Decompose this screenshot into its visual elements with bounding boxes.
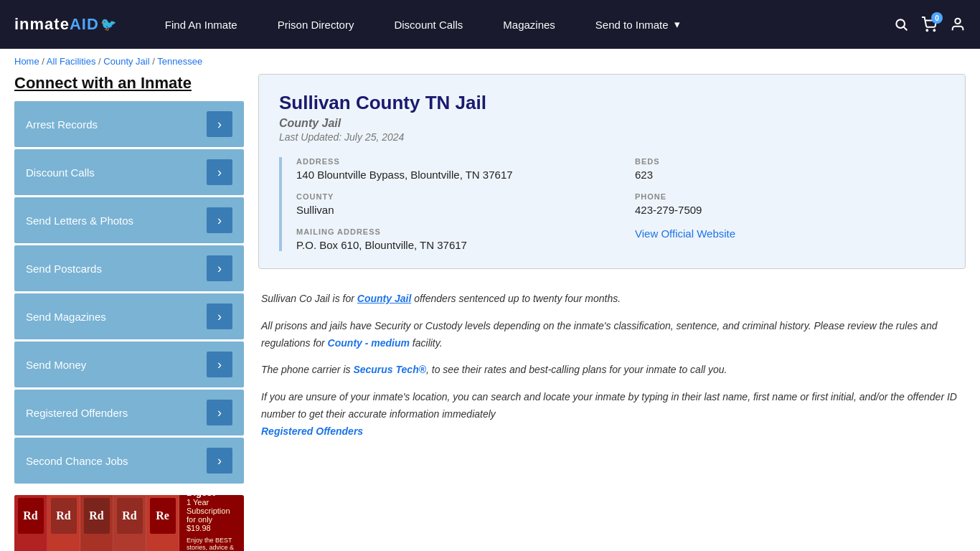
navbar: inmateAID 🐦 Find An Inmate Prison Direct… [0, 0, 980, 49]
ad-cover-1: Rd [14, 495, 47, 551]
ad-cover-3: Rd [80, 495, 113, 551]
facility-info-grid: ADDRESS 140 Blountville Bypass, Blountvi… [279, 157, 945, 251]
description-para-4: If you are unsure of your inmate's locat… [261, 389, 963, 440]
chevron-right-icon: › [207, 159, 232, 185]
logo-text: inmateAID [14, 15, 99, 34]
registered-offenders-link[interactable]: Registered Offenders [261, 425, 363, 437]
nav-links: Find An Inmate Prison Directory Discount… [145, 0, 894, 49]
sidebar: Connect with an Inmate Arrest Records › … [14, 74, 244, 551]
cart-button[interactable]: 0 [921, 17, 937, 32]
ad-cover-2: Rd [47, 495, 80, 551]
county-medium-link[interactable]: County - medium [328, 337, 410, 349]
logo[interactable]: inmateAID 🐦 [14, 15, 116, 34]
description-para-3: The phone carrier is Securus Tech®, to s… [261, 362, 963, 379]
main-layout: Connect with an Inmate Arrest Records › … [0, 74, 980, 551]
address-block: ADDRESS 140 Blountville Bypass, Blountvi… [296, 157, 606, 181]
sidebar-item-send-letters[interactable]: Send Letters & Photos › [14, 197, 244, 243]
nav-magazines[interactable]: Magazines [483, 0, 575, 49]
chevron-right-icon: › [207, 448, 232, 474]
nav-send-to-inmate[interactable]: Send to Inmate ▾ [575, 0, 700, 49]
website-block: View Official Website [635, 227, 945, 251]
breadcrumb-county-jail[interactable]: County Jail [103, 56, 149, 67]
logo-accent: AID [70, 15, 99, 33]
svg-point-4 [955, 19, 960, 24]
securus-tech-link[interactable]: Securus Tech® [353, 364, 426, 375]
breadcrumb: Home / All Facilities / County Jail / Te… [0, 49, 980, 74]
dropdown-arrow-icon: ▾ [674, 18, 680, 31]
cart-badge: 0 [931, 12, 943, 24]
beds-value: 623 [635, 169, 945, 181]
beds-block: BEDS 623 [635, 157, 945, 181]
phone-label: PHONE [635, 192, 945, 201]
address-value: 140 Blountville Bypass, Blountville, TN … [296, 169, 606, 181]
description-area: Sullivan Co Jail is for County Jail offe… [258, 283, 966, 458]
ad-covers: Rd Rd Rd Rd [14, 495, 179, 551]
mailing-value: P.O. Box 610, Blountville, TN 37617 [296, 239, 606, 251]
svg-point-0 [896, 19, 905, 28]
description-para-1: Sullivan Co Jail is for County Jail offe… [261, 291, 963, 308]
facility-card: Sullivan County TN Jail County Jail Last… [258, 74, 966, 269]
chevron-right-icon: › [207, 255, 232, 281]
chevron-right-icon: › [207, 352, 232, 377]
user-button[interactable] [950, 17, 966, 32]
search-icon [894, 17, 908, 32]
sidebar-title: Connect with an Inmate [14, 74, 244, 93]
search-button[interactable] [894, 17, 908, 32]
ad-price: 1 Year Subscription for only $19.98 [187, 498, 237, 532]
ad-cover-5: Re [146, 495, 179, 551]
facility-type: County Jail [279, 117, 945, 130]
description-para-2: All prisons and jails have Security or C… [261, 318, 963, 352]
nav-find-inmate[interactable]: Find An Inmate [145, 0, 258, 49]
breadcrumb-home[interactable]: Home [14, 56, 39, 67]
beds-label: BEDS [635, 157, 945, 166]
breadcrumb-state[interactable]: Tennessee [157, 56, 202, 67]
sidebar-advertisement: Rd Rd Rd Rd [14, 495, 244, 551]
nav-prison-directory[interactable]: Prison Directory [258, 0, 374, 49]
chevron-right-icon: › [207, 207, 232, 233]
ad-text: Reader's Digest 1 Year Subscription for … [179, 495, 244, 551]
chevron-right-icon: › [207, 111, 232, 137]
svg-line-1 [904, 27, 908, 31]
svg-point-3 [933, 29, 935, 31]
facility-title: Sullivan County TN Jail [279, 92, 945, 114]
county-block: COUNTY Sullivan [296, 192, 606, 216]
sidebar-item-send-money[interactable]: Send Money › [14, 342, 244, 387]
sidebar-item-send-magazines[interactable]: Send Magazines › [14, 293, 244, 339]
county-value: Sullivan [296, 204, 606, 216]
mailing-address-block: MAILING ADDRESS P.O. Box 610, Blountvill… [296, 227, 606, 251]
sidebar-item-send-postcards[interactable]: Send Postcards › [14, 245, 244, 291]
chevron-right-icon: › [207, 303, 232, 329]
view-official-website-link[interactable]: View Official Website [635, 227, 735, 240]
content-area: Sullivan County TN Jail County Jail Last… [258, 74, 966, 551]
sidebar-item-second-chance-jobs[interactable]: Second Chance Jobs › [14, 438, 244, 484]
mailing-label: MAILING ADDRESS [296, 227, 606, 236]
sidebar-menu: Arrest Records › Discount Calls › Send L… [14, 101, 244, 484]
sidebar-item-discount-calls[interactable]: Discount Calls › [14, 149, 244, 195]
county-jail-link[interactable]: County Jail [357, 293, 411, 304]
address-label: ADDRESS [296, 157, 606, 166]
nav-discount-calls[interactable]: Discount Calls [374, 0, 483, 49]
breadcrumb-all-facilities[interactable]: All Facilities [47, 56, 96, 67]
phone-value: 423-279-7509 [635, 204, 945, 216]
nav-icons: 0 [894, 17, 966, 32]
county-label: COUNTY [296, 192, 606, 201]
sidebar-item-arrest-records[interactable]: Arrest Records › [14, 101, 244, 147]
sidebar-item-registered-offenders[interactable]: Registered Offenders › [14, 390, 244, 435]
phone-block: PHONE 423-279-7509 [635, 192, 945, 216]
user-icon [950, 17, 966, 32]
logo-bird-icon: 🐦 [100, 17, 116, 32]
ad-cover-4: Rd [113, 495, 146, 551]
svg-point-2 [926, 29, 928, 31]
facility-last-updated: Last Updated: July 25, 2024 [279, 131, 945, 143]
chevron-right-icon: › [207, 400, 232, 425]
ad-tagline: Enjoy the BEST stories, advice & jokes! [187, 537, 237, 551]
